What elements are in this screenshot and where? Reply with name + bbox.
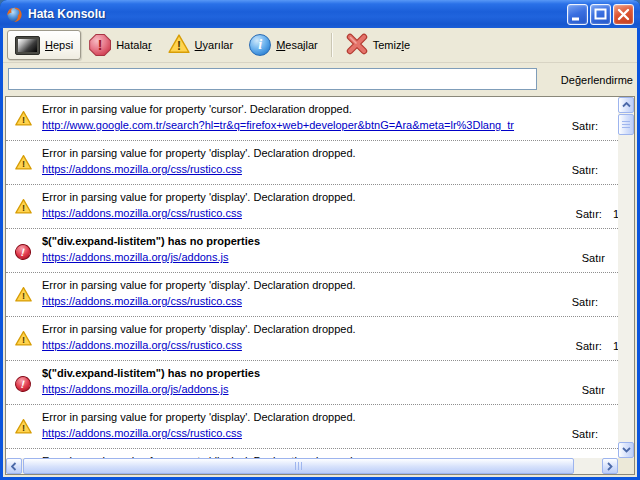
console-message: Error in parsing value for property 'dis… (42, 323, 356, 335)
warning-icon: ! (15, 418, 32, 435)
line-label: Satır: (572, 164, 609, 176)
toolbar-divider (331, 33, 333, 57)
scroll-left-button[interactable] (6, 458, 22, 474)
line-label: Satır (582, 252, 616, 264)
console-icon (15, 36, 40, 55)
console-entry[interactable]: ! Error in parsing value for property 'd… (6, 185, 618, 229)
line-label: Satır: (572, 428, 609, 440)
svg-text:!: ! (22, 423, 25, 433)
toolbar: Hepsi ! Hatalar ! Uyarılar i Mesajlar (3, 28, 637, 63)
console-message: Error in parsing value for property 'cur… (42, 103, 352, 115)
svg-text:!: ! (22, 115, 25, 125)
line-label: Satır (582, 384, 616, 396)
console-entry[interactable]: ! Error in parsing value for property 'd… (6, 141, 618, 185)
scroll-right-button[interactable] (602, 458, 618, 474)
window-title: Hata Konsolu (28, 7, 567, 21)
svg-text:!: ! (22, 291, 25, 301)
console-message: $("div.expand-listitem") has no properti… (42, 235, 260, 247)
warning-icon: ! (15, 286, 32, 303)
minimize-button[interactable] (567, 4, 588, 25)
warning-icon: ! (15, 110, 32, 127)
console-source-link[interactable]: https://addons.mozilla.org/css/rustico.c… (42, 427, 242, 439)
firefox-icon (6, 6, 23, 23)
svg-text:!: ! (22, 159, 25, 169)
svg-text:!: ! (22, 203, 25, 213)
console-message: Error in parsing value for property 'dis… (42, 279, 356, 291)
error-console-window: Hata Konsolu Hepsi ! Hatalar (0, 0, 640, 480)
clear-button[interactable]: Temizle (338, 30, 418, 60)
clear-x-icon (346, 33, 368, 57)
warning-icon: ! (15, 330, 32, 347)
warning-icon: ! (168, 33, 190, 57)
titlebar[interactable]: Hata Konsolu (0, 0, 640, 28)
console-entry[interactable]: ! Error in parsing value for property 'd… (6, 449, 618, 458)
maximize-button[interactable] (590, 4, 611, 25)
console-source-link[interactable]: http://www.google.com.tr/search?hl=tr&q=… (42, 119, 514, 131)
horizontal-scroll-thumb[interactable] (23, 458, 574, 474)
vertical-scroll-thumb[interactable] (618, 114, 634, 135)
close-button[interactable] (613, 4, 634, 25)
evaluate-button[interactable]: Değerlendirme (561, 70, 633, 90)
code-input[interactable] (8, 68, 537, 90)
svg-text:!: ! (177, 39, 181, 53)
console-message: Error in parsing value for property 'dis… (42, 411, 356, 423)
console-rows: ! Error in parsing value for property 'c… (6, 97, 618, 458)
console-entry[interactable]: ! Error in parsing value for property 'd… (6, 405, 618, 449)
console-list: ! Error in parsing value for property 'c… (5, 96, 635, 475)
evaluate-row: Değerlendirme (3, 64, 637, 95)
scrollbar-corner (618, 458, 634, 474)
console-message: $("div.expand-listitem") has no properti… (42, 367, 260, 379)
filter-messages-button[interactable]: i Mesajlar (241, 30, 326, 60)
vertical-scrollbar[interactable] (618, 97, 634, 458)
scroll-up-button[interactable] (618, 97, 634, 113)
console-entry[interactable]: ! $("div.expand-listitem") has no proper… (6, 229, 618, 273)
warning-icon: ! (15, 198, 32, 215)
horizontal-scrollbar[interactable] (6, 458, 618, 474)
scroll-down-button[interactable] (618, 442, 634, 458)
line-label: Satır: (572, 120, 609, 132)
filter-all-button[interactable]: Hepsi (7, 30, 81, 60)
console-message: Error in parsing value for property 'dis… (42, 147, 356, 159)
warning-icon: ! (15, 154, 32, 171)
svg-text:!: ! (22, 335, 25, 345)
filter-warnings-button[interactable]: ! Uyarılar (160, 30, 242, 60)
console-entry[interactable]: ! $("div.expand-listitem") has no proper… (6, 361, 618, 405)
console-source-link[interactable]: https://addons.mozilla.org/js/addons.js (42, 251, 229, 263)
console-source-link[interactable]: https://addons.mozilla.org/css/rustico.c… (42, 339, 242, 351)
console-source-link[interactable]: https://addons.mozilla.org/css/rustico.c… (42, 163, 242, 175)
console-entry[interactable]: ! Error in parsing value for property 'c… (6, 97, 618, 141)
line-label: Satır: (572, 296, 609, 308)
console-source-link[interactable]: https://addons.mozilla.org/css/rustico.c… (42, 295, 242, 307)
console-source-link[interactable]: https://addons.mozilla.org/js/addons.js (42, 383, 229, 395)
line-label: Satır:1 (576, 208, 618, 220)
error-icon: ! (15, 374, 32, 391)
error-icon: ! (89, 34, 111, 56)
console-entry[interactable]: ! Error in parsing value for property 'd… (6, 273, 618, 317)
error-icon: ! (15, 242, 32, 259)
window-body: Hepsi ! Hatalar ! Uyarılar i Mesajlar (3, 28, 637, 477)
console-entry[interactable]: ! Error in parsing value for property 'd… (6, 317, 618, 361)
console-source-link[interactable]: https://addons.mozilla.org/css/rustico.c… (42, 207, 242, 219)
info-icon: i (249, 34, 271, 56)
filter-errors-button[interactable]: ! Hatalar (81, 30, 159, 60)
line-label: Satır:1 (576, 340, 618, 352)
console-message: Error in parsing value for property 'dis… (42, 191, 356, 203)
